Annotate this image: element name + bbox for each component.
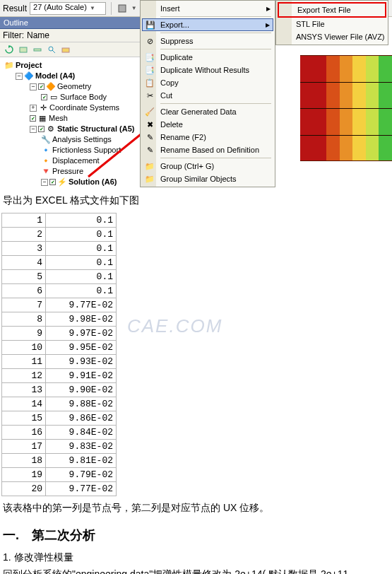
- separator: [111, 2, 112, 15]
- tree-solution[interactable]: Solution (A6): [69, 177, 117, 187]
- table-cell: 0.1: [46, 270, 117, 284]
- tree-model[interactable]: Model (A4): [35, 71, 75, 81]
- table-row: 169.84E-02: [2, 426, 117, 440]
- expander-icon[interactable]: −: [41, 179, 48, 186]
- table-cell: 9.93E-02: [46, 355, 117, 369]
- table-cell: 0.1: [46, 256, 117, 270]
- filter-row: Filter: Name ▼: [0, 29, 162, 42]
- svg-rect-4: [20, 47, 27, 52]
- table-row: 129.91E-02: [2, 369, 117, 383]
- duplicate-icon: 📑: [144, 52, 155, 63]
- expander-icon[interactable]: +: [30, 105, 37, 112]
- export-submenu[interactable]: Export Text File STL File ANSYS Viewer F…: [275, 0, 388, 45]
- table-row: 50.1: [2, 270, 117, 284]
- menu-rename-def[interactable]: ✎Rename Based on Definition: [142, 144, 273, 156]
- menu-delete[interactable]: ✖Delete: [142, 118, 273, 131]
- table-row: 79.77E-02: [2, 298, 117, 312]
- table-row: 20.1: [2, 228, 117, 242]
- table-row: 189.81E-02: [2, 454, 117, 468]
- table-cell: 14: [2, 397, 46, 411]
- menu-clear[interactable]: 🧹Clear Generated Data: [142, 105, 273, 118]
- menu-duplicate-no-results[interactable]: 📑Duplicate Without Results: [142, 64, 273, 76]
- export-caption: 导出为 EXCEL 格式文件如下图: [0, 189, 392, 211]
- coord-icon: ✛: [38, 103, 48, 113]
- table-cell: 9.81E-02: [46, 454, 117, 468]
- tree-surface[interactable]: Surface Body: [60, 92, 107, 102]
- menu-rename[interactable]: ✎Rename (F2): [142, 131, 273, 144]
- model-tree[interactable]: 📁Project −🔷Model (A4) −✔🔶Geometry ✔▭Surf…: [0, 57, 162, 189]
- context-menu[interactable]: Insert▶ 💾Export...▶ ⊘Suppress 📑Duplicate…: [140, 0, 275, 187]
- table-row: 139.90E-02: [2, 383, 117, 397]
- menu-export-avz[interactable]: ANSYS Viewer File (AVZ): [278, 30, 386, 43]
- tree-pressure[interactable]: Pressure: [52, 166, 83, 177]
- menu-group[interactable]: 📁Group (Ctrl+ G): [142, 160, 273, 172]
- displacement-icon: 🔸: [41, 156, 51, 166]
- folder-icon: 📁: [144, 160, 155, 172]
- menu-duplicate[interactable]: 📑Duplicate: [142, 51, 273, 64]
- table-cell: 16: [2, 426, 46, 440]
- rename-icon: ✎: [144, 131, 155, 143]
- tree-geometry[interactable]: Geometry: [57, 81, 91, 92]
- menu-suppress[interactable]: ⊘Suppress: [142, 35, 273, 47]
- find-icon[interactable]: [45, 44, 58, 55]
- folder-icon[interactable]: [59, 44, 72, 55]
- tree-toolbar: [0, 42, 162, 57]
- tree-frictionless[interactable]: Frictionless Support: [52, 145, 121, 156]
- expander-icon[interactable]: −: [30, 83, 37, 90]
- expand-icon[interactable]: [17, 44, 30, 55]
- menu-copy[interactable]: 📋Copy: [142, 76, 273, 89]
- menu-insert[interactable]: Insert▶: [142, 2, 273, 15]
- menu-export-stl[interactable]: STL File: [278, 18, 386, 30]
- check-icon: ✔: [30, 115, 36, 122]
- chevron-right-icon: ▶: [266, 6, 271, 12]
- result-scale-dropdown[interactable]: 27 (Auto Scale) ▼: [30, 2, 106, 15]
- section-title: 一. 第二次分析: [3, 527, 389, 544]
- suppress-icon: ⊘: [144, 35, 155, 47]
- tree-coord[interactable]: Coordinate Systems: [49, 102, 119, 113]
- tree-project[interactable]: Project: [16, 60, 42, 71]
- table-row: 99.97E-02: [2, 327, 117, 341]
- table-row: 40.1: [2, 256, 117, 270]
- clear-icon: 🧹: [144, 106, 155, 117]
- table-cell: 11: [2, 355, 46, 369]
- table-row: 149.88E-02: [2, 397, 117, 411]
- tree-displacement[interactable]: Displacement: [52, 156, 100, 166]
- outline-panel: Outline Filter: Name ▼ 📁Project −🔷Model …: [0, 17, 162, 189]
- result-scale-value: 27 (Auto Scale): [33, 3, 87, 11]
- geometry-icon: 🔶: [46, 82, 56, 92]
- menu-export-text[interactable]: Export Text File: [278, 2, 386, 18]
- table-explanation: 该表格中的第一列是节点号，第二列是对应节点的 UX 位移。: [0, 496, 392, 519]
- table-cell: 0.1: [46, 284, 117, 298]
- tree-solinfo[interactable]: Solution Information: [64, 187, 133, 189]
- tree-mesh[interactable]: Mesh: [49, 113, 68, 124]
- table-cell: 4: [2, 256, 46, 270]
- tree-analysis[interactable]: Analysis Settings: [52, 134, 112, 145]
- menu-export[interactable]: 💾Export...▶: [142, 18, 273, 31]
- table-cell: 12: [2, 369, 46, 383]
- refresh-icon[interactable]: [3, 44, 16, 55]
- project-icon: 📁: [4, 61, 14, 71]
- structural-icon: ⚙: [46, 124, 56, 134]
- solution-icon: ⚡: [57, 177, 67, 187]
- menu-cut[interactable]: ✂Cut: [142, 89, 273, 102]
- table-cell: 0.1: [46, 228, 117, 242]
- expander-icon[interactable]: −: [16, 73, 23, 80]
- collapse-icon[interactable]: [31, 44, 44, 55]
- menu-group-similar[interactable]: 📁Group Similar Objects: [142, 172, 273, 185]
- table-cell: 17: [2, 440, 46, 454]
- svg-rect-8: [62, 48, 69, 52]
- geometry-icon[interactable]: [117, 3, 128, 14]
- table-cell: 10: [2, 341, 46, 355]
- filter-value: Name: [27, 30, 49, 40]
- expander-icon[interactable]: −: [30, 126, 37, 133]
- chevron-down-icon: ▼: [90, 5, 95, 11]
- table-cell: 5: [2, 270, 46, 284]
- table-cell: 15: [2, 411, 46, 426]
- watermark-text: CAE.COM: [127, 315, 222, 337]
- folder-icon: 📁: [144, 173, 155, 184]
- duplicate-icon: 📑: [144, 64, 155, 76]
- step-body-line: 回到分析系统的"engineering data"把弹性模量修改为 2e+14(…: [3, 566, 389, 574]
- table-cell: 20: [2, 482, 46, 496]
- table-row: 109.95E-02: [2, 341, 117, 355]
- tree-static[interactable]: Static Structural (A5): [57, 124, 134, 134]
